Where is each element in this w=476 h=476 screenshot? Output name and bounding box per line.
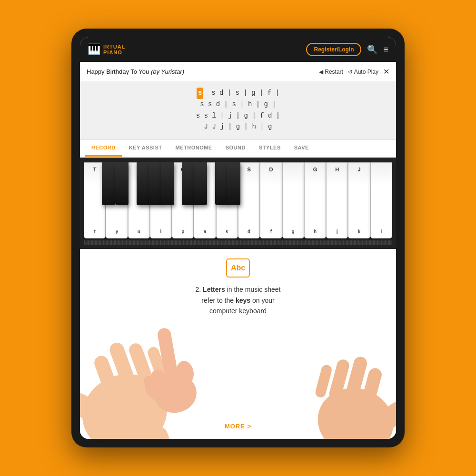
- menu-icon[interactable]: ≡: [383, 45, 388, 55]
- pointing-hand: [134, 314, 207, 419]
- toolbar-save[interactable]: SAVE: [288, 140, 316, 157]
- header-right: Register/Login 🔍 ≡: [306, 43, 388, 56]
- song-controls: ◀ Restart ↺ Auto Play ✕: [319, 67, 389, 76]
- black-key-8[interactable]: [215, 162, 228, 205]
- svg-point-7: [310, 380, 396, 439]
- logo-text-line2: PIANO: [103, 50, 125, 55]
- info-text: 2. Letters in the music sheet refer to t…: [196, 284, 281, 316]
- svg-point-17: [149, 368, 168, 391]
- header: 🎹 IRTUAL PIANO Register/Login 🔍 ≡: [80, 37, 396, 62]
- song-title: Happy Birthday To You (by Yuristar): [87, 68, 184, 75]
- toolbar-key-assist[interactable]: KEY ASSIST: [122, 140, 169, 157]
- more-link[interactable]: MORE >: [225, 423, 251, 431]
- svg-rect-4: [127, 341, 155, 388]
- svg-rect-11: [328, 358, 351, 402]
- piano-logo-icon: 🎹: [88, 43, 100, 56]
- svg-rect-5: [146, 346, 169, 383]
- register-login-button[interactable]: Register/Login: [306, 43, 361, 56]
- close-button[interactable]: ✕: [383, 67, 389, 76]
- sheet-line-4: J J j | g | h | g: [89, 121, 387, 133]
- info-text-mid: in the music sheet: [227, 286, 281, 293]
- keys-emphasis: keys: [236, 297, 250, 304]
- screen: 🎹 IRTUAL PIANO Register/Login 🔍 ≡ Happy …: [80, 37, 396, 439]
- svg-point-0: [80, 362, 178, 439]
- svg-rect-2: [92, 354, 120, 399]
- logo: 🎹 IRTUAL PIANO: [88, 43, 125, 56]
- svg-rect-13: [316, 435, 377, 439]
- black-key-3[interactable]: [137, 162, 150, 205]
- info-text-keys: refer to the: [201, 297, 236, 304]
- black-key-5[interactable]: [161, 162, 174, 205]
- svg-rect-12: [314, 364, 333, 398]
- info-text-keyboard: computer keyboard: [209, 307, 267, 315]
- black-key-1[interactable]: [102, 162, 115, 205]
- left-hand: [80, 286, 207, 439]
- svg-rect-9: [360, 367, 383, 409]
- svg-point-16: [175, 359, 196, 386]
- sheet-music: s s d | s | g | f | s s d | s | h | g | …: [80, 82, 396, 140]
- svg-rect-3: [108, 341, 138, 393]
- black-key-6[interactable]: [182, 162, 195, 205]
- song-bar: Happy Birthday To You (by Yuristar) ◀ Re…: [80, 62, 396, 82]
- sheet-line-2: s s d | s | h | g |: [89, 99, 387, 110]
- abc-icon: Abc: [226, 258, 250, 278]
- letters-emphasis: Letters: [203, 286, 225, 293]
- info-text-on: on your: [252, 297, 275, 304]
- piano: Tt Yy u Ii Op Pa s: [84, 162, 392, 238]
- toolbar-record[interactable]: RECORD: [85, 140, 122, 157]
- toolbar-sound[interactable]: SOUND: [219, 140, 252, 157]
- divider: [123, 323, 353, 323]
- highlighted-note: s: [197, 88, 203, 99]
- logo-text-line1: IRTUAL: [103, 44, 125, 50]
- black-key-7[interactable]: [194, 162, 207, 205]
- sheet-line-3: s s l | j | g | f d |: [89, 110, 387, 122]
- toolbar-metronome[interactable]: METRONOME: [169, 140, 218, 157]
- black-key-4[interactable]: [149, 162, 162, 205]
- svg-rect-6: [106, 424, 174, 439]
- svg-point-18: [139, 373, 166, 403]
- info-section: Abc 2. Letters in the music sheet refer …: [80, 249, 396, 439]
- piano-container: Tt Yy u Ii Op Pa s: [80, 158, 396, 249]
- black-key-2[interactable]: [115, 162, 129, 205]
- tablet: 🎹 IRTUAL PIANO Register/Login 🔍 ≡ Happy …: [71, 29, 405, 447]
- autoplay-button[interactable]: ↺ Auto Play: [348, 69, 378, 75]
- point-number: 2.: [196, 286, 203, 293]
- svg-point-14: [151, 371, 200, 416]
- svg-point-8: [373, 397, 396, 436]
- restart-button[interactable]: ◀ Restart: [319, 69, 343, 75]
- sheet-line-1: s s d | s | g | f |: [89, 88, 387, 99]
- svg-rect-15: [157, 327, 179, 386]
- svg-rect-10: [343, 355, 368, 405]
- toolbar: RECORD KEY ASSIST METRONOME SOUND STYLES…: [80, 140, 396, 158]
- toolbar-styles[interactable]: STYLES: [252, 140, 288, 157]
- black-keys-layer: [84, 162, 392, 208]
- piano-strip: [84, 240, 392, 245]
- right-hand: [289, 310, 396, 439]
- search-icon[interactable]: 🔍: [367, 44, 377, 55]
- svg-point-1: [80, 387, 106, 427]
- black-key-9[interactable]: [227, 162, 240, 205]
